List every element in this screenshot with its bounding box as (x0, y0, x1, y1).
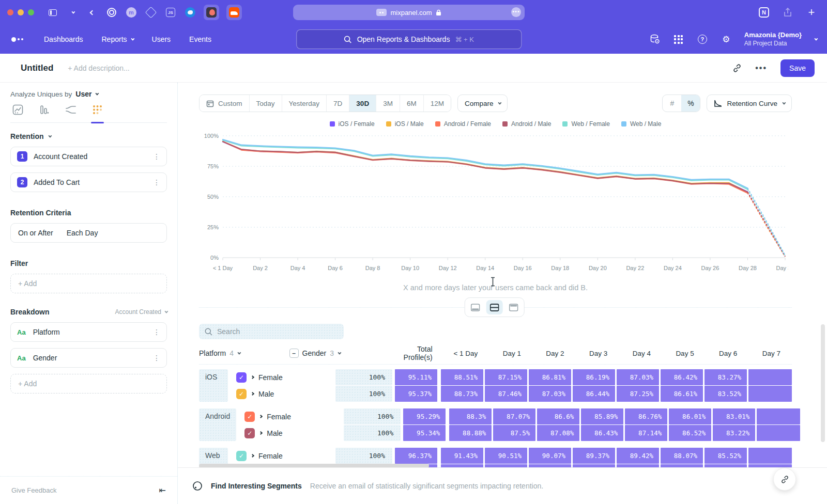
retention-value-cell[interactable]: 89.42% (617, 448, 659, 464)
retention-value-cell[interactable]: 95.29% (403, 408, 446, 424)
retention-value-cell[interactable]: 83.27% (705, 369, 747, 385)
retention-value-cell[interactable]: 87.46% (485, 386, 527, 402)
tab-list-chevron-icon[interactable] (66, 6, 79, 19)
give-feedback-link[interactable]: Give Feedback (11, 486, 56, 494)
retention-value-cell[interactable]: 87.15% (485, 369, 527, 385)
help-icon[interactable]: ? (697, 34, 708, 45)
chart-type-dropdown[interactable]: Retention Curve (707, 94, 792, 112)
retention-value-cell[interactable]: 95.34% (403, 425, 446, 441)
select-all-checkbox[interactable]: – (289, 349, 299, 358)
table-search[interactable] (199, 324, 344, 339)
apps-grid-icon[interactable] (673, 34, 684, 45)
data-management-icon[interactable] (649, 34, 661, 45)
expand-chevron-icon[interactable] (251, 375, 254, 379)
retention-value-cell[interactable]: 83.52% (705, 386, 747, 402)
vertical-scrollbar[interactable] (821, 324, 825, 442)
extension-js-icon[interactable]: JS (164, 6, 177, 19)
retention-value-cell[interactable]: 86.44% (573, 386, 615, 402)
layout-table-only-button[interactable] (505, 300, 522, 314)
range-today[interactable]: Today (250, 95, 282, 112)
retention-value-cell-clipped[interactable] (748, 386, 792, 402)
save-button[interactable]: Save (780, 59, 815, 77)
extension-avatar-icon[interactable]: m (125, 6, 137, 19)
legend-item[interactable]: Android / Male (502, 120, 551, 128)
add-filter-button[interactable]: + Add (10, 274, 167, 293)
retention-value-cell[interactable]: 88.07% (661, 448, 703, 464)
nav-users[interactable]: Users (152, 35, 171, 43)
retention-value-cell[interactable]: 88.73% (441, 386, 483, 402)
retention-value-cell[interactable]: 88.88% (449, 425, 492, 441)
mixpanel-logo[interactable] (11, 37, 23, 42)
criteria-type[interactable]: On or After (18, 229, 53, 237)
retention-value-cell[interactable]: 87.07% (493, 408, 535, 424)
retention-value-cell[interactable]: 88.51% (441, 369, 483, 385)
day-column-header[interactable]: Day 4 (619, 350, 662, 357)
legend-item[interactable]: iOS / Male (386, 120, 424, 128)
absolute-toggle[interactable]: # (663, 95, 681, 112)
gender-cell[interactable]: ✓Female (231, 448, 332, 464)
retention-value-cell[interactable]: 87.03% (529, 386, 571, 402)
legend-item[interactable]: Android / Female (435, 120, 491, 128)
retention-value-cell[interactable]: 91.43% (441, 448, 483, 464)
retention-value-cell[interactable]: 87.25% (617, 386, 659, 402)
retention-criteria-control[interactable]: On or After Each Day (10, 223, 167, 243)
retention-value-cell[interactable]: 86.81% (529, 369, 571, 385)
account-switcher[interactable]: Amazonia {Demo} All Project Data (744, 31, 802, 47)
kebab-menu-icon[interactable]: ⋮ (153, 178, 160, 186)
nav-reports[interactable]: Reports (102, 35, 133, 43)
gender-cell[interactable]: ✓Male (231, 386, 332, 402)
series-checkbox[interactable]: ✓ (236, 389, 247, 399)
series-checkbox[interactable]: ✓ (236, 451, 247, 461)
extension-cube-icon[interactable] (145, 6, 157, 19)
legend-item[interactable]: Web / Male (621, 120, 661, 128)
extension-reader-icon[interactable] (204, 5, 219, 20)
day-column-header[interactable]: Day 1 (489, 350, 532, 357)
settings-gear-icon[interactable]: ⚙ (721, 34, 732, 45)
extension-target-icon[interactable] (105, 6, 118, 19)
gender-cell[interactable]: ✓Male (239, 425, 341, 441)
kebab-menu-icon[interactable]: ⋮ (153, 354, 160, 362)
retention-value-cell[interactable]: 86.61% (661, 386, 703, 402)
minimize-window-button[interactable] (18, 9, 24, 15)
day-column-header[interactable]: Day 3 (576, 350, 619, 357)
kebab-menu-icon[interactable]: ⋮ (153, 152, 160, 161)
add-breakdown-button[interactable]: + Add (10, 374, 167, 393)
series-checkbox[interactable]: ✓ (236, 372, 247, 383)
retention-value-cell-clipped[interactable] (748, 369, 792, 385)
collapse-sidebar-icon[interactable]: ⇤ (159, 485, 166, 495)
retention-value-cell[interactable]: 85.52% (705, 448, 747, 464)
retention-value-cell[interactable]: 83.01% (713, 408, 755, 424)
chevron-down-icon[interactable] (48, 134, 52, 137)
retention-value-cell-clipped[interactable] (757, 425, 800, 441)
platform-cell[interactable]: Android (199, 408, 236, 441)
retention-value-cell[interactable]: 86.01% (669, 408, 711, 424)
range-yesterday[interactable]: Yesterday (282, 95, 327, 112)
retention-value-cell[interactable]: 89.37% (573, 448, 615, 464)
tab-insights[interactable] (12, 104, 23, 122)
retention-value-cell[interactable]: 90.07% (529, 448, 571, 464)
url-bar[interactable]: mixpanel.com ••• (293, 5, 525, 20)
range-7d[interactable]: 7D (327, 95, 349, 112)
new-tab-icon[interactable]: + (805, 6, 818, 19)
retention-value-cell[interactable]: 87.5% (493, 425, 535, 441)
retention-value-cell-clipped[interactable] (757, 408, 800, 424)
retention-value-cell[interactable]: 86.19% (573, 369, 615, 385)
back-icon[interactable] (86, 6, 98, 19)
expand-chevron-icon[interactable] (259, 415, 263, 418)
breakdown-platform[interactable]: Aa Platform ⋮ (10, 322, 167, 342)
copy-link-icon[interactable] (732, 64, 742, 73)
range-6m[interactable]: 6M (400, 95, 424, 112)
retention-value-cell-clipped[interactable] (748, 448, 792, 464)
report-description-placeholder[interactable]: + Add description... (68, 64, 129, 72)
retention-value-cell[interactable]: 87.14% (625, 425, 667, 441)
share-icon[interactable] (782, 6, 794, 19)
gender-column-header[interactable]: – Gender3 (289, 349, 389, 358)
retention-value-cell[interactable]: 95.11% (395, 369, 437, 385)
tab-flows[interactable] (65, 104, 76, 122)
day-column-header[interactable]: Day 2 (532, 350, 576, 357)
nav-events[interactable]: Events (189, 35, 211, 43)
retention-value-cell[interactable]: 86.43% (581, 425, 623, 441)
extension-bird-icon[interactable] (184, 6, 196, 19)
retention-step-2[interactable]: 2 Added To Cart ⋮ (10, 172, 167, 192)
day-column-header[interactable]: Day 6 (706, 350, 749, 357)
